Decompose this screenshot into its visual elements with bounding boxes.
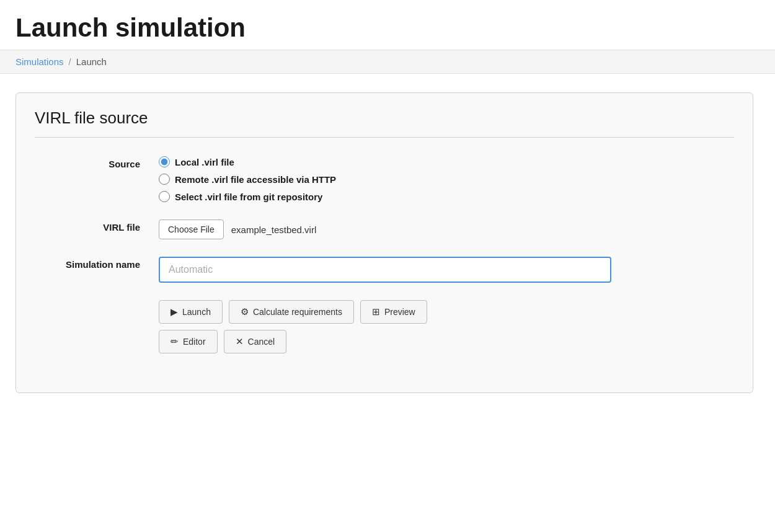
breadcrumb-separator: / [69, 56, 71, 67]
actions-control: ▶ Launch ⚙ Calculate requirements ⊞ Prev… [159, 300, 734, 353]
virl-file-source-card: VIRL file source Source Local .virl file… [16, 92, 753, 393]
cancel-icon: ✕ [236, 336, 244, 347]
page-header: Launch simulation [0, 0, 775, 50]
calculate-button-label: Calculate requirements [253, 307, 342, 317]
buttons-row-2: ✏ Editor ✕ Cancel [159, 330, 734, 353]
cancel-button-label: Cancel [248, 337, 275, 347]
radio-input-remote[interactable] [159, 174, 170, 185]
editor-button[interactable]: ✏ Editor [159, 330, 218, 353]
radio-local[interactable]: Local .virl file [159, 156, 734, 167]
preview-button-label: Preview [384, 307, 415, 317]
breadcrumb-simulations-link[interactable]: Simulations [16, 56, 64, 67]
source-control: Local .virl file Remote .virl file acces… [159, 156, 734, 202]
simulation-name-control [159, 257, 734, 283]
file-name-display: example_testbed.virl [231, 224, 317, 235]
radio-label-local: Local .virl file [175, 157, 234, 167]
card-title: VIRL file source [35, 109, 734, 138]
calculate-requirements-button[interactable]: ⚙ Calculate requirements [229, 300, 354, 324]
content-area: VIRL file source Source Local .virl file… [0, 74, 775, 412]
launch-button[interactable]: ▶ Launch [159, 300, 223, 324]
actions-row: ▶ Launch ⚙ Calculate requirements ⊞ Prev… [35, 300, 734, 353]
radio-git[interactable]: Select .virl file from git repository [159, 191, 734, 202]
buttons-row-1: ▶ Launch ⚙ Calculate requirements ⊞ Prev… [159, 300, 734, 324]
radio-input-git[interactable] [159, 191, 170, 202]
actions-spacer [35, 300, 159, 303]
simulation-name-row: Simulation name [35, 257, 734, 283]
breadcrumb-current: Launch [76, 56, 107, 67]
file-input-row: Choose File example_testbed.virl [159, 219, 734, 239]
simulation-name-label: Simulation name [35, 257, 159, 270]
virl-file-row: VIRL file Choose File example_testbed.vi… [35, 219, 734, 239]
simulation-name-input[interactable] [159, 257, 611, 283]
virl-file-label: VIRL file [35, 219, 159, 233]
cancel-button[interactable]: ✕ Cancel [224, 330, 287, 353]
virl-file-control: Choose File example_testbed.virl [159, 219, 734, 239]
page-title: Launch simulation [16, 12, 760, 43]
preview-icon: ⊞ [372, 306, 380, 317]
choose-file-button[interactable]: Choose File [159, 219, 224, 239]
radio-label-remote: Remote .virl file accessible via HTTP [175, 174, 336, 185]
source-row: Source Local .virl file Remote .virl fil… [35, 156, 734, 202]
radio-remote[interactable]: Remote .virl file accessible via HTTP [159, 174, 734, 185]
editor-icon: ✏ [170, 336, 179, 347]
editor-button-label: Editor [183, 337, 206, 347]
radio-label-git: Select .virl file from git repository [175, 192, 322, 202]
source-label: Source [35, 156, 159, 169]
breadcrumb: Simulations / Launch [0, 50, 775, 74]
source-radio-group: Local .virl file Remote .virl file acces… [159, 156, 734, 202]
radio-input-local[interactable] [159, 156, 170, 167]
launch-icon: ▶ [170, 306, 178, 317]
actions-section: ▶ Launch ⚙ Calculate requirements ⊞ Prev… [159, 300, 734, 353]
calculate-icon: ⚙ [241, 306, 249, 317]
launch-button-label: Launch [182, 307, 211, 317]
preview-button[interactable]: ⊞ Preview [360, 300, 427, 324]
